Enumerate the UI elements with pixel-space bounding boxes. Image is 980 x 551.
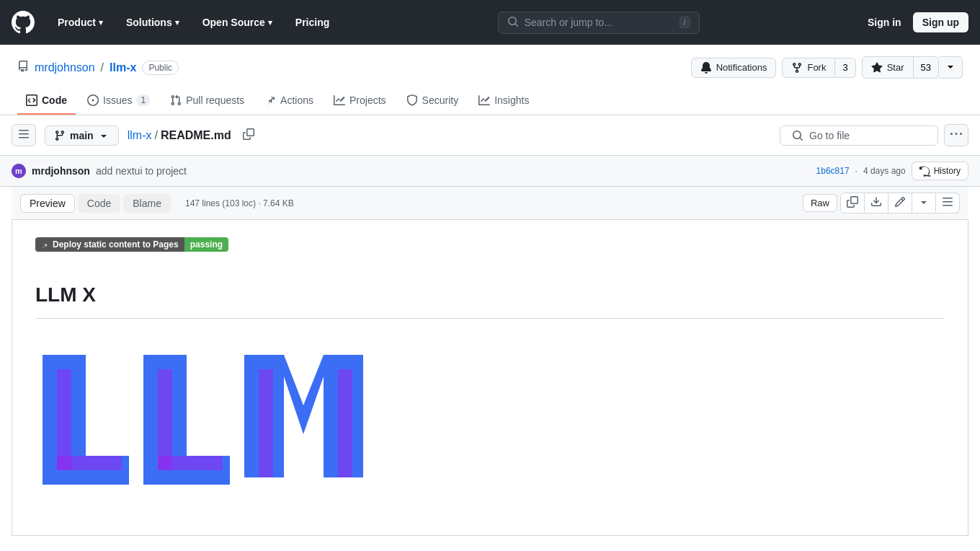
- tab-insights[interactable]: Insights: [470, 87, 538, 115]
- file-tab-code[interactable]: Code: [78, 194, 120, 213]
- breadcrumb-file: README.md: [161, 129, 231, 142]
- commit-row: m mrdjohnson add nextui to project 1b6c8…: [0, 155, 980, 187]
- product-chevron-icon: ▾: [99, 18, 103, 27]
- navbar: Product ▾ Solutions ▾ Open Source ▾ Pric…: [0, 0, 980, 45]
- history-button[interactable]: History: [912, 162, 968, 180]
- tab-actions[interactable]: Actions: [256, 87, 322, 115]
- raw-button[interactable]: Raw: [803, 194, 837, 212]
- commit-author[interactable]: mrdjohnson: [32, 165, 90, 177]
- llm-logo: [35, 336, 945, 518]
- signin-button[interactable]: Sign in: [862, 14, 907, 31]
- edit-button[interactable]: [888, 193, 912, 213]
- file-browser-header: main llm-x / README.md Go to file: [0, 115, 980, 155]
- breadcrumb: llm-x / README.md: [128, 129, 231, 142]
- more-options-button[interactable]: [944, 124, 968, 146]
- svg-rect-14: [338, 369, 352, 477]
- readme-title: LLM X: [35, 283, 945, 319]
- tab-issues-label: Issues: [103, 94, 132, 106]
- badge-status: passing: [184, 237, 228, 252]
- star-count[interactable]: 53: [914, 56, 939, 79]
- repo-icon: [17, 61, 29, 75]
- nav-product[interactable]: Product ▾: [52, 14, 109, 31]
- tab-actions-label: Actions: [280, 94, 313, 106]
- tab-code[interactable]: Code: [17, 87, 76, 115]
- tab-pull-requests-label: Pull requests: [186, 94, 244, 106]
- tab-security-label: Security: [422, 94, 459, 106]
- signup-button[interactable]: Sign up: [913, 12, 968, 32]
- star-button[interactable]: Star: [862, 56, 914, 79]
- commit-message: add nextui to project: [96, 165, 187, 177]
- notifications-button[interactable]: Notifications: [691, 58, 777, 78]
- star-label: Star: [887, 62, 904, 73]
- auth-buttons: Sign in Sign up: [862, 12, 968, 32]
- solutions-chevron-icon: ▾: [175, 18, 179, 27]
- file-tabs-bar: Preview Code Blame 147 lines (103 loc) ·…: [12, 187, 968, 220]
- tab-insights-label: Insights: [494, 94, 529, 106]
- search-input[interactable]: Search or jump to... /: [498, 12, 700, 34]
- author-avatar: m: [12, 164, 26, 178]
- commit-separator: ·: [855, 166, 858, 176]
- repo-owner[interactable]: mrdjohnson: [35, 61, 95, 74]
- history-label: History: [934, 166, 961, 176]
- copy-content-button[interactable]: [840, 193, 865, 213]
- fork-btn-group: Fork 3: [782, 58, 855, 78]
- commit-time: 4 days ago: [863, 166, 906, 176]
- search-area: Search or jump to... /: [358, 12, 839, 34]
- svg-rect-4: [57, 369, 71, 470]
- search-icon: [507, 16, 519, 30]
- repo-visibility-badge: Public: [142, 61, 179, 75]
- tab-security[interactable]: Security: [398, 87, 468, 115]
- file-tab-blame[interactable]: Blame: [123, 194, 171, 213]
- go-to-file-placeholder: Go to file: [809, 130, 850, 141]
- fork-button[interactable]: Fork: [782, 58, 835, 78]
- nav-solutions[interactable]: Solutions ▾: [120, 14, 185, 31]
- github-logo[interactable]: [12, 11, 35, 34]
- tab-pull-requests[interactable]: Pull requests: [161, 87, 253, 115]
- file-info: 147 lines (103 loc) · 7.64 KB: [185, 198, 294, 208]
- repo-separator: /: [101, 61, 104, 74]
- tab-projects[interactable]: Projects: [325, 87, 395, 115]
- file-content-area: Preview Code Blame 147 lines (103 loc) ·…: [12, 187, 968, 536]
- file-toolbar-right: Raw: [803, 193, 960, 213]
- go-to-file-input[interactable]: Go to file: [780, 125, 938, 146]
- search-kbd-hint: /: [680, 17, 690, 28]
- star-dropdown-button[interactable]: [939, 56, 963, 79]
- copy-path-button[interactable]: [240, 125, 257, 145]
- file-header-right: Go to file: [780, 124, 968, 146]
- commit-meta: 1b6c817 · 4 days ago History: [816, 162, 968, 180]
- commit-hash[interactable]: 1b6c817: [816, 166, 850, 176]
- branch-selector[interactable]: main: [45, 125, 119, 146]
- fork-label: Fork: [807, 62, 826, 73]
- toolbar-icon-group: [840, 193, 960, 213]
- issues-badge: 1: [136, 94, 150, 106]
- edit-dropdown-button[interactable]: [912, 193, 936, 213]
- deploy-badge: Deploy static content to Pages passing: [35, 237, 945, 269]
- repo-tabs: Code Issues 1 Pull requests Actions Pr: [17, 87, 963, 115]
- svg-rect-5: [57, 456, 122, 470]
- file-tab-preview[interactable]: Preview: [20, 194, 75, 213]
- opensource-chevron-icon: ▾: [268, 18, 272, 27]
- sidebar-toggle-button[interactable]: [12, 124, 36, 146]
- badge-label: Deploy static content to Pages: [35, 237, 184, 252]
- repo-header: mrdjohnson / llm-x Public Notifications …: [0, 45, 980, 115]
- search-placeholder: Search or jump to...: [525, 17, 674, 28]
- symbols-button[interactable]: [936, 193, 960, 213]
- nav-opensource[interactable]: Open Source ▾: [197, 14, 278, 31]
- breadcrumb-root[interactable]: llm-x: [128, 129, 152, 142]
- tab-issues[interactable]: Issues 1: [79, 87, 159, 115]
- readme-content: Deploy static content to Pages passing L…: [12, 220, 968, 536]
- svg-rect-9: [158, 456, 223, 470]
- nav-pricing[interactable]: Pricing: [290, 14, 335, 31]
- tab-projects-label: Projects: [349, 94, 386, 106]
- repo-title-row: mrdjohnson / llm-x Public Notifications …: [17, 56, 963, 79]
- svg-rect-8: [158, 369, 172, 470]
- repo-name[interactable]: llm-x: [110, 61, 136, 74]
- download-button[interactable]: [865, 193, 888, 213]
- branch-name: main: [70, 130, 94, 141]
- star-btn-group: Star 53: [862, 56, 963, 79]
- svg-rect-13: [259, 369, 273, 477]
- fork-count[interactable]: 3: [835, 58, 855, 78]
- svg-text:m: m: [15, 167, 22, 175]
- repo-action-buttons: Notifications Fork 3 Star: [691, 56, 963, 79]
- tab-code-label: Code: [42, 94, 67, 106]
